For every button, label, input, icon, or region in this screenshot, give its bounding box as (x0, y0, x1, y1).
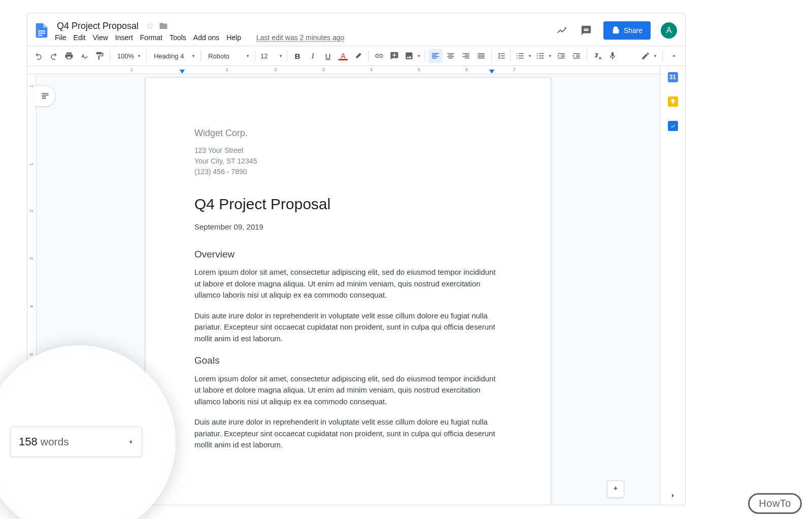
zoom-dropdown[interactable]: 100%▼ (113, 49, 143, 63)
company-name: Widget Corp. (194, 126, 502, 140)
goals-heading: Goals (194, 353, 502, 368)
overview-heading: Overview (194, 247, 502, 262)
calendar-icon[interactable]: 31 (668, 72, 678, 82)
menu-file[interactable]: File (55, 34, 66, 42)
svg-rect-2 (38, 35, 43, 36)
italic-button[interactable]: I (306, 49, 320, 63)
menu-bar: File Edit View Insert Format Tools Add o… (55, 34, 555, 42)
bold-button[interactable]: B (290, 49, 304, 63)
toolbar: 100%▼ Heading 4▼ Roboto▼ 12▼ B I U A ▼ ▼… (27, 46, 685, 66)
insert-comment-button[interactable] (387, 49, 401, 63)
bulleted-list-button[interactable]: ▼ (534, 49, 553, 63)
share-label: Share (624, 26, 642, 35)
horizontal-ruler[interactable]: 1 1 2 3 4 5 6 7 (27, 66, 660, 74)
text-color-button[interactable]: A (336, 49, 350, 63)
paint-format-button[interactable] (92, 49, 107, 63)
undo-button[interactable] (31, 49, 46, 63)
insert-link-button[interactable] (372, 49, 386, 63)
redo-button[interactable] (47, 49, 61, 63)
svg-rect-1 (38, 33, 45, 34)
body-paragraph: Duis aute irure dolor in reprehenderit i… (194, 310, 502, 345)
menu-tools[interactable]: Tools (170, 34, 186, 42)
body-paragraph: Duis aute irure dolor in reprehenderit i… (194, 416, 502, 451)
svg-rect-0 (38, 30, 45, 31)
body-paragraph: Lorem ipsum dolor sit amet, consectetur … (194, 267, 502, 301)
clear-formatting-button[interactable] (590, 49, 604, 63)
align-right-button[interactable] (459, 49, 473, 63)
left-margin-marker-icon[interactable] (180, 70, 185, 74)
voice-typing-button[interactable] (605, 49, 620, 63)
font-size-dropdown[interactable]: 12▼ (258, 49, 284, 63)
menu-insert[interactable]: Insert (115, 34, 133, 42)
company-address: 123 Your Street Your City, ST 12345 (123… (194, 145, 502, 177)
align-justify-button[interactable] (474, 49, 488, 63)
howto-watermark: HowTo (748, 493, 802, 514)
title-bar: Q4 Project Proposal ☆ File Edit View Ins… (27, 13, 685, 46)
insert-image-button[interactable]: ▼ (402, 49, 422, 63)
document-title[interactable]: Q4 Project Proposal (55, 20, 141, 33)
svg-rect-3 (613, 30, 618, 34)
chevron-down-icon: ▼ (128, 439, 133, 445)
document-page[interactable]: Widget Corp. 123 Your Street Your City, … (145, 77, 551, 505)
docs-logo-icon[interactable] (31, 20, 52, 41)
underline-button[interactable]: U (321, 49, 335, 63)
print-button[interactable] (62, 49, 76, 63)
increase-indent-button[interactable] (569, 49, 584, 63)
body-paragraph: Lorem ipsum dolor sit amet, consectetur … (194, 373, 502, 408)
paragraph-style-dropdown[interactable]: Heading 4▼ (150, 49, 197, 63)
word-count-dropdown[interactable]: 158 words ▼ (10, 427, 142, 457)
tasks-icon[interactable] (668, 121, 678, 131)
activity-icon[interactable] (555, 23, 569, 38)
word-count-number: 158 (19, 435, 38, 448)
word-count-label: words (41, 436, 69, 448)
hide-panel-button[interactable] (669, 492, 677, 500)
menu-edit[interactable]: Edit (74, 34, 86, 42)
move-folder-icon[interactable] (159, 21, 168, 30)
right-margin-marker-icon[interactable] (489, 70, 494, 74)
spellcheck-button[interactable] (77, 49, 91, 63)
align-center-button[interactable] (444, 49, 458, 63)
account-avatar[interactable]: A (661, 22, 677, 39)
star-icon[interactable]: ☆ (146, 20, 154, 31)
doc-heading-1: Q4 Project Proposal (194, 192, 502, 215)
collapse-toolbar-button[interactable] (667, 49, 681, 63)
side-panel: 31 (660, 66, 685, 505)
comments-icon[interactable] (579, 23, 593, 38)
line-spacing-button[interactable] (495, 49, 507, 63)
editing-mode-button[interactable]: ▼ (639, 49, 658, 63)
last-edit-link[interactable]: Last edit was 2 minutes ago (256, 34, 345, 42)
numbered-list-button[interactable]: ▼ (514, 49, 533, 63)
menu-view[interactable]: View (93, 34, 108, 42)
share-button[interactable]: Share (603, 21, 651, 40)
svg-point-4 (537, 53, 538, 54)
menu-addons[interactable]: Add ons (193, 34, 219, 42)
font-dropdown[interactable]: Roboto▼ (204, 49, 252, 63)
menu-help[interactable]: Help (226, 34, 241, 42)
svg-point-5 (537, 55, 538, 56)
doc-date: September 09, 2019 (194, 221, 502, 233)
keep-icon[interactable] (668, 96, 678, 107)
decrease-indent-button[interactable] (554, 49, 568, 63)
menu-format[interactable]: Format (140, 34, 162, 42)
highlight-button[interactable] (351, 49, 365, 63)
align-left-button[interactable] (428, 49, 443, 63)
svg-point-6 (537, 57, 538, 58)
explore-button[interactable] (607, 480, 624, 498)
